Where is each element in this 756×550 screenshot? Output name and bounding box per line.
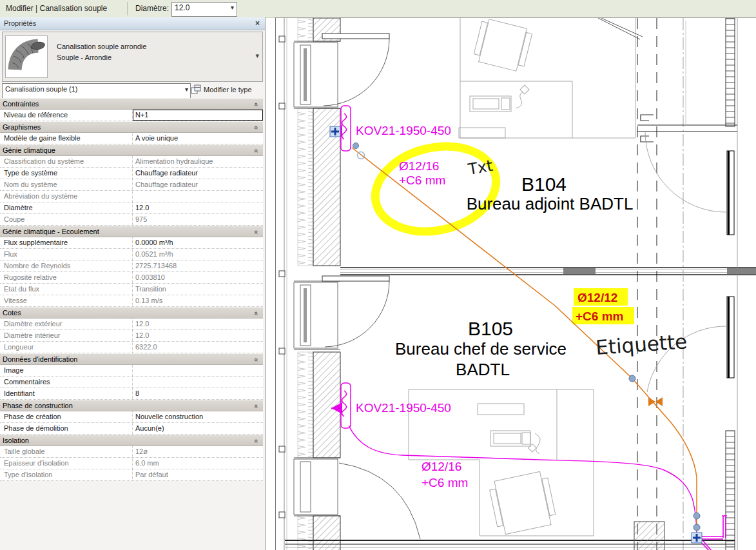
param-value: 0.003810 xyxy=(133,272,263,283)
context-mode-label: Modifier | Canalisation souple xyxy=(6,4,107,13)
family-name: Canalisation souple arrondie xyxy=(57,43,146,50)
param-value[interactable]: 0.0000 m³/h xyxy=(133,237,263,248)
chevron-down-icon[interactable]: ▾ xyxy=(185,86,188,93)
param-value: 2725.713468 xyxy=(133,260,263,271)
collapse-icon[interactable]: « xyxy=(251,439,262,443)
collapse-icon[interactable]: « xyxy=(251,230,262,234)
pipe-label-top-2: +C6 mm xyxy=(399,173,445,187)
collapse-icon[interactable]: « xyxy=(251,103,262,106)
param-value: 0.0521 m³/h xyxy=(133,249,263,260)
pipe-grip[interactable] xyxy=(693,513,700,519)
param-value: 6.0 mm xyxy=(133,458,263,469)
room-tag-b104-name: Bureau adjoint BADTL xyxy=(467,194,634,213)
plan-view[interactable]: KOV21-1950-450 KOV21-1950-450 Ø12/16 +C6… xyxy=(275,17,756,550)
param-value xyxy=(133,191,263,202)
param-value: 975 xyxy=(133,214,263,225)
flex-duct-elbow-icon xyxy=(6,36,46,76)
param-value[interactable]: Chauffage radiateur xyxy=(133,168,263,179)
room-tag-b105-name: Bureau chef de service xyxy=(395,339,567,358)
handwriting-etiquette: Etiquette xyxy=(595,329,688,359)
param-value[interactable]: A voie unique xyxy=(133,133,263,144)
properties-title: Propriétés xyxy=(4,19,36,27)
type-selector[interactable]: Canalisation souple arrondie Souple - Ar… xyxy=(2,32,263,82)
pipe-grip[interactable] xyxy=(693,524,700,531)
grid-lines xyxy=(637,18,683,550)
close-icon[interactable]: × xyxy=(255,19,260,28)
param-value[interactable] xyxy=(133,365,263,376)
pipe-label-top-1: Ø12/16 xyxy=(399,159,439,173)
options-bar: Modifier | Canalisation souple Diamètre:… xyxy=(0,0,756,18)
param-value: Alimentation hydraulique xyxy=(133,156,263,167)
pipe-label-mid-2: +C6 mm xyxy=(576,309,623,323)
floor-plan-canvas[interactable]: KOV21-1950-450 KOV21-1950-450 Ø12/16 +C6… xyxy=(276,18,756,550)
radiator-tag-b104[interactable]: KOV21-1950-450 xyxy=(356,124,451,137)
group-header[interactable]: Cotes« xyxy=(0,307,263,319)
param-value: 12.0 xyxy=(133,330,263,341)
pipe-label-bottom-1: Ø12/16 xyxy=(422,460,461,473)
param-value: 12.0 xyxy=(133,319,263,329)
properties-titlebar[interactable]: Propriétés × xyxy=(0,17,265,30)
param-value[interactable]: N+1 xyxy=(133,110,263,121)
param-value: Par défaut xyxy=(133,469,263,480)
param-value[interactable]: Nouvelle construction xyxy=(133,411,263,422)
chevron-down-icon[interactable]: ▾ xyxy=(255,52,259,60)
group-header[interactable]: Données d'identification« xyxy=(0,353,263,365)
group-header[interactable]: Graphismes« xyxy=(0,121,263,133)
collapse-icon[interactable]: « xyxy=(251,311,262,315)
param-value: Transition xyxy=(133,284,263,295)
room-tag-b105-number: B105 xyxy=(468,318,513,339)
handwriting-txt: Txt xyxy=(466,157,494,179)
pipe-grip[interactable] xyxy=(353,143,359,149)
diameter-dropdown[interactable]: 12.0 ▾ xyxy=(171,2,237,17)
toolbar-divider xyxy=(127,2,128,15)
exterior-wall-right xyxy=(726,18,737,550)
edit-type-icon[interactable] xyxy=(190,84,202,95)
radiator-tag-b105[interactable]: KOV21-1950-450 xyxy=(356,401,451,415)
param-value: 6322.0 xyxy=(133,342,263,353)
group-header[interactable]: Phase de construction« xyxy=(0,400,263,411)
type-name: Souple - Arrondie xyxy=(57,54,111,61)
group-header[interactable]: Génie climatique« xyxy=(0,144,263,156)
collapse-icon[interactable]: « xyxy=(251,404,262,408)
chevron-down-icon[interactable]: ▾ xyxy=(231,4,234,11)
param-value: Chauffage radiateur xyxy=(133,179,263,190)
window-door-b104 xyxy=(294,34,389,108)
group-header[interactable]: Génie climatique - Ecoulement« xyxy=(0,226,263,237)
param-value[interactable] xyxy=(133,377,263,388)
diameter-label: Diamètre: xyxy=(135,4,169,13)
collapse-icon[interactable]: « xyxy=(251,149,262,153)
group-header[interactable]: Isolation« xyxy=(0,435,263,446)
revit-window: { "toolbar": { "mode_label": "Modifier |… xyxy=(0,0,756,550)
pipe-label-mid-1: Ø12/12 xyxy=(577,291,617,304)
param-value: 0.13 m/s xyxy=(133,295,263,306)
param-value[interactable]: 12.0 xyxy=(133,202,263,213)
interior-wall xyxy=(340,268,756,275)
room-tag-b104-number: B104 xyxy=(521,173,567,195)
furniture-b104 xyxy=(459,18,643,138)
window-door-b105 xyxy=(294,276,389,349)
connector-ring[interactable] xyxy=(358,152,365,159)
param-value[interactable]: Aucun(e) xyxy=(133,423,263,434)
group-header[interactable]: Contraintes« xyxy=(0,98,263,110)
edit-type-button[interactable]: Modifier le type xyxy=(204,86,252,93)
param-value: 12ø xyxy=(133,446,263,457)
property-grid: Contraintes« Niveau de référenceN+1 Grap… xyxy=(0,98,263,481)
flex-pipe-b105[interactable] xyxy=(349,426,697,535)
collapse-icon[interactable]: « xyxy=(251,126,262,130)
type-preview-image xyxy=(5,35,48,78)
pipe-grip[interactable] xyxy=(629,375,635,382)
room-tag-b105-name2: BADTL xyxy=(456,360,510,379)
properties-palette: Propriétés × Canalisation souple arrondi… xyxy=(0,17,266,550)
pipe-label-bottom-2: +C6 mm xyxy=(422,476,468,489)
param-value[interactable]: 8 xyxy=(133,388,263,399)
collapse-icon[interactable]: « xyxy=(251,358,262,362)
